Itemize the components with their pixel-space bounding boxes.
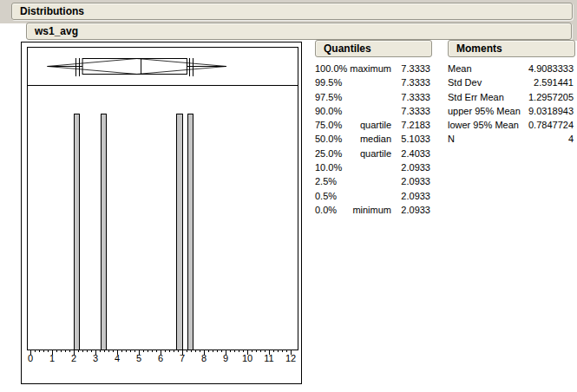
- outline-header-distributions[interactable]: Distributions: [11, 3, 573, 20]
- moments-row: upper 95% Mean9.0318943: [448, 104, 574, 118]
- quantile-value: 7.3333: [391, 104, 430, 118]
- x-tick-label: 5: [136, 353, 141, 363]
- quantile-value: 7.3333: [391, 75, 430, 89]
- quantile-percent: 10.0%: [315, 160, 350, 174]
- x-tick-label: 2: [71, 353, 76, 363]
- plot-frame: [22, 42, 302, 384]
- quantile-name: quartile: [350, 118, 391, 132]
- outline-header-variable-label: ws1_avg: [35, 25, 78, 37]
- quantiles-row: 25.0%quartile2.4033: [315, 147, 430, 160]
- x-tick-label: 7: [180, 353, 185, 363]
- moment-value: 4.9083333: [513, 62, 574, 75]
- quantile-value: 7.3333: [391, 62, 430, 75]
- moment-value: 0.7847724: [519, 118, 574, 132]
- outline-header-variable[interactable]: ws1_avg: [26, 23, 572, 40]
- histogram-bar[interactable]: [101, 114, 106, 350]
- quantile-percent: 97.5%: [315, 90, 350, 104]
- quantile-name: minimum: [350, 203, 391, 217]
- quantile-percent: 99.5%: [315, 75, 350, 89]
- x-tick-label: 3: [93, 353, 98, 363]
- quantile-value: 7.3333: [391, 90, 430, 104]
- moment-name: N: [448, 132, 513, 146]
- quantiles-row: 90.0%7.3333: [315, 104, 430, 118]
- moment-name: Std Err Mean: [448, 90, 513, 104]
- x-tick-label: 11: [264, 353, 273, 363]
- histogram-bar[interactable]: [177, 114, 182, 350]
- quantile-name: [350, 174, 391, 188]
- moments-row: lower 95% Mean0.7847724: [448, 118, 574, 132]
- quantile-percent: 25.0%: [315, 147, 350, 160]
- quantile-name: [350, 104, 391, 118]
- x-tick-label: 4: [115, 353, 120, 363]
- moment-value: 4: [513, 132, 574, 146]
- x-tick-label: 0: [28, 353, 33, 363]
- quantile-percent: 90.0%: [315, 104, 350, 118]
- histogram-bar[interactable]: [187, 114, 193, 350]
- quantile-value: 2.0933: [391, 174, 430, 188]
- quantile-name: median: [350, 132, 391, 146]
- outline-header-distributions-label: Distributions: [20, 5, 84, 17]
- quantiles-row: 100.0%maximum7.3333: [315, 62, 430, 75]
- outline-header-quantiles-label: Quantiles: [324, 42, 371, 55]
- quantiles-row: 0.0%minimum2.0933: [315, 203, 430, 217]
- quantile-value: 2.0933: [391, 160, 430, 174]
- quantile-value: 2.0933: [391, 203, 430, 217]
- outline-header-quantiles[interactable]: Quantiles: [315, 40, 432, 57]
- moment-value: 1.2957205: [513, 90, 574, 104]
- quantile-name: [350, 160, 391, 174]
- moment-name: upper 95% Mean: [448, 104, 521, 118]
- x-tick-label: 12: [285, 353, 296, 363]
- x-tick-label: 1: [49, 353, 55, 363]
- quantile-value: 2.4033: [391, 147, 430, 160]
- moments-table: Mean4.9083333Std Dev2.591441Std Err Mean…: [448, 62, 574, 147]
- moments-row: N4: [448, 132, 574, 146]
- moments-row: Std Dev2.591441: [448, 75, 574, 89]
- quantiles-row: 97.5%7.3333: [315, 90, 430, 104]
- moment-name: lower 95% Mean: [448, 118, 519, 132]
- x-tick-label: 6: [158, 353, 163, 363]
- histogram-bar[interactable]: [74, 114, 79, 350]
- x-tick-label: 8: [201, 353, 207, 363]
- distribution-plot: 0123456789101112: [21, 42, 302, 384]
- quantiles-row: 75.0%quartile7.2183: [315, 118, 430, 132]
- quantile-name: maximum: [350, 62, 391, 75]
- moment-value: 9.0318943: [521, 104, 574, 118]
- quantile-value: 2.0933: [391, 189, 430, 203]
- moment-name: Mean: [448, 62, 513, 75]
- quantile-name: [350, 189, 391, 203]
- quantile-percent: 0.0%: [315, 203, 350, 217]
- quantiles-row: 2.5%2.0933: [315, 174, 430, 188]
- quantile-value: 7.2183: [391, 118, 430, 132]
- boxplot-box: [82, 59, 187, 75]
- x-tick-label: 9: [223, 353, 228, 363]
- quantile-percent: 75.0%: [315, 118, 350, 132]
- quantile-name: [350, 90, 391, 104]
- moments-row: Std Err Mean1.2957205: [448, 90, 574, 104]
- moments-row: Mean4.9083333: [448, 62, 574, 75]
- quantile-percent: 100.0%: [315, 62, 350, 75]
- quantiles-row: 10.0%2.0933: [315, 160, 430, 174]
- moment-value: 2.591441: [513, 75, 574, 89]
- quantiles-row: 50.0%median5.1033: [315, 132, 430, 146]
- moment-name: Std Dev: [448, 75, 513, 89]
- quantile-name: [350, 75, 391, 89]
- quantile-percent: 0.5%: [315, 189, 350, 203]
- quantile-percent: 50.0%: [315, 132, 350, 146]
- quantiles-table: 100.0%maximum7.333399.5%7.333397.5%7.333…: [315, 62, 430, 217]
- quantile-percent: 2.5%: [315, 174, 350, 188]
- outline-header-moments-label: Moments: [456, 42, 502, 55]
- quantiles-row: 99.5%7.3333: [315, 75, 430, 89]
- quantile-name: quartile: [350, 147, 391, 160]
- quantile-value: 5.1033: [391, 132, 430, 146]
- x-tick-label: 10: [242, 353, 252, 363]
- quantiles-row: 0.5%2.0933: [315, 189, 430, 203]
- outline-header-moments[interactable]: Moments: [448, 40, 575, 57]
